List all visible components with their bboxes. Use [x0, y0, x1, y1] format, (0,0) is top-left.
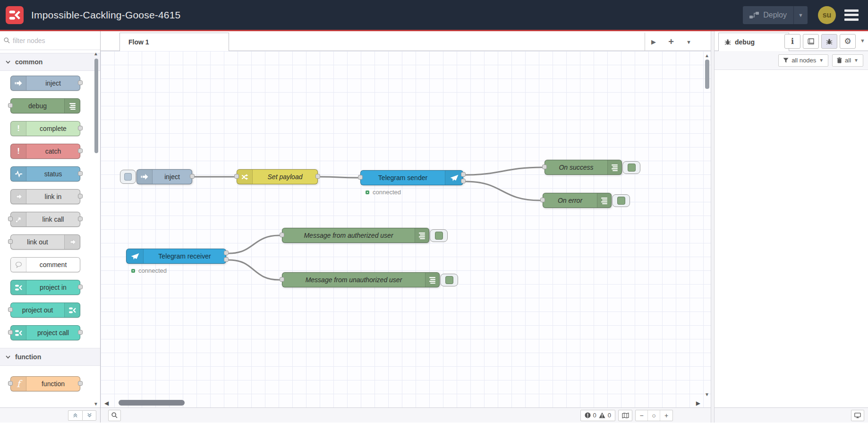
- input-port[interactable]: [280, 233, 284, 237]
- vertical-scrollbar-thumb[interactable]: [705, 60, 709, 89]
- expand-all-button[interactable]: [82, 410, 96, 421]
- sidebar-splitter[interactable]: [711, 31, 715, 423]
- output-port-2[interactable]: [461, 179, 466, 183]
- navigator-map-button[interactable]: [618, 410, 632, 421]
- tab-debug[interactable]: debug: [718, 33, 789, 51]
- deploy-options-caret[interactable]: ▼: [793, 6, 808, 24]
- output-port[interactable]: [78, 285, 83, 289]
- flow-node-set-payload[interactable]: Set payload: [237, 169, 318, 184]
- wire[interactable]: [466, 182, 540, 200]
- output-port[interactable]: [78, 216, 83, 221]
- wire[interactable]: [229, 235, 279, 253]
- flow-node-inject[interactable]: inject: [136, 169, 192, 184]
- category-common[interactable]: common: [0, 53, 100, 71]
- scroll-left-arrow[interactable]: ◀: [104, 400, 109, 407]
- deploy-button-main[interactable]: Deploy: [743, 11, 793, 19]
- debug-filter-button[interactable]: all nodes ▼: [778, 54, 828, 67]
- output-port[interactable]: [78, 126, 83, 130]
- palette-node-project-out[interactable]: project out: [10, 303, 80, 318]
- flow-canvas[interactable]: inject Set payload: [101, 51, 711, 407]
- scroll-down-arrow[interactable]: ▼: [705, 392, 709, 397]
- palette-node-complete[interactable]: ! complete: [10, 121, 80, 136]
- category-function[interactable]: function: [0, 348, 100, 366]
- palette-node-function[interactable]: f function: [10, 376, 80, 391]
- add-flow-button[interactable]: +: [668, 36, 674, 47]
- next-tab-icon[interactable]: ▶: [651, 38, 656, 45]
- palette-scroll-area[interactable]: common inject debug: [0, 50, 100, 407]
- scroll-up-arrow[interactable]: ▲: [705, 53, 709, 58]
- input-port[interactable]: [8, 307, 13, 312]
- palette-filter-input[interactable]: [13, 37, 84, 44]
- palette-scrollbar-thumb[interactable]: [94, 59, 98, 153]
- input-port[interactable]: [8, 216, 13, 221]
- debug-enable-toggle[interactable]: [430, 229, 448, 242]
- info-tab-button[interactable]: i: [784, 34, 800, 49]
- palette-node-debug[interactable]: debug: [10, 98, 80, 113]
- inject-trigger-button[interactable]: [120, 170, 136, 184]
- zoom-out-button[interactable]: −: [636, 410, 648, 421]
- input-port[interactable]: [8, 330, 13, 335]
- flow-node-msg-authorized[interactable]: Message from autherized user: [282, 228, 429, 243]
- zoom-reset-button[interactable]: ○: [648, 410, 660, 421]
- input-port[interactable]: [8, 381, 13, 386]
- input-port[interactable]: [280, 277, 284, 282]
- deploy-button[interactable]: Deploy ▼: [743, 6, 808, 24]
- scroll-up-arrow[interactable]: ▲: [94, 51, 98, 56]
- palette-node-inject[interactable]: inject: [10, 76, 80, 91]
- input-port[interactable]: [8, 103, 13, 108]
- wire[interactable]: [321, 177, 357, 178]
- input-port[interactable]: [542, 164, 547, 169]
- flow-node-on-success[interactable]: On success: [545, 160, 622, 175]
- flow-node-telegram-sender[interactable]: Telegram sender connected: [360, 170, 463, 185]
- config-nodes-tab-button[interactable]: ⚙: [840, 34, 856, 49]
- user-avatar[interactable]: su: [818, 6, 836, 24]
- help-tab-button[interactable]: [803, 34, 819, 49]
- output-port[interactable]: [78, 330, 83, 335]
- debug-enable-toggle[interactable]: [612, 194, 630, 207]
- collapse-all-button[interactable]: [68, 410, 82, 421]
- scroll-down-arrow[interactable]: ▼: [94, 401, 98, 407]
- palette-node-link-in[interactable]: link in: [10, 189, 80, 204]
- output-port[interactable]: [78, 194, 83, 199]
- palette-node-link-call[interactable]: link call: [10, 212, 80, 227]
- palette-node-status[interactable]: status: [10, 166, 80, 182]
- zoom-in-button[interactable]: +: [660, 410, 672, 421]
- wire[interactable]: [466, 167, 542, 175]
- main-menu-button[interactable]: [844, 9, 859, 21]
- debug-message-list[interactable]: [715, 70, 868, 407]
- tab-flow-1[interactable]: Flow 1: [119, 33, 229, 51]
- palette-node-label: link call: [26, 212, 80, 226]
- output-port[interactable]: [78, 171, 83, 176]
- output-port[interactable]: [190, 174, 195, 179]
- flow-list-caret[interactable]: ▼: [686, 39, 691, 45]
- palette-node-project-in[interactable]: project in: [10, 280, 80, 295]
- palette-node-link-out[interactable]: link out: [10, 234, 80, 250]
- sidebar-menu-caret[interactable]: ▼: [860, 38, 865, 43]
- debug-enable-toggle[interactable]: [440, 274, 458, 286]
- flow-node-on-error[interactable]: On error: [543, 193, 612, 208]
- flow-node-msg-unauthorized[interactable]: Message from unauthorized user: [282, 272, 440, 287]
- scroll-right-arrow[interactable]: ▶: [696, 400, 700, 407]
- palette-node-catch[interactable]: ! catch: [10, 144, 80, 159]
- debug-enable-toggle[interactable]: [622, 161, 640, 174]
- output-port[interactable]: [315, 174, 320, 179]
- input-port[interactable]: [358, 175, 363, 180]
- output-port-1[interactable]: [461, 172, 466, 177]
- horizontal-scrollbar-thumb[interactable]: [119, 400, 185, 406]
- output-port[interactable]: [78, 148, 83, 153]
- wire[interactable]: [229, 260, 279, 280]
- input-port[interactable]: [540, 198, 545, 202]
- debug-tab-button[interactable]: [821, 34, 837, 49]
- output-port-2[interactable]: [224, 257, 229, 262]
- output-port[interactable]: [78, 80, 83, 85]
- input-port[interactable]: [8, 239, 13, 244]
- palette-node-project-call[interactable]: project call: [10, 325, 80, 340]
- canvas-search-button[interactable]: [108, 410, 121, 421]
- debug-clear-button[interactable]: all ▼: [832, 54, 863, 67]
- palette-node-comment[interactable]: comment: [10, 257, 80, 272]
- output-port-1[interactable]: [224, 251, 229, 255]
- open-debug-window-button[interactable]: [851, 410, 864, 421]
- flow-node-telegram-receiver[interactable]: Telegram receiver connected: [126, 249, 226, 264]
- output-port[interactable]: [78, 381, 83, 386]
- input-port[interactable]: [234, 174, 239, 179]
